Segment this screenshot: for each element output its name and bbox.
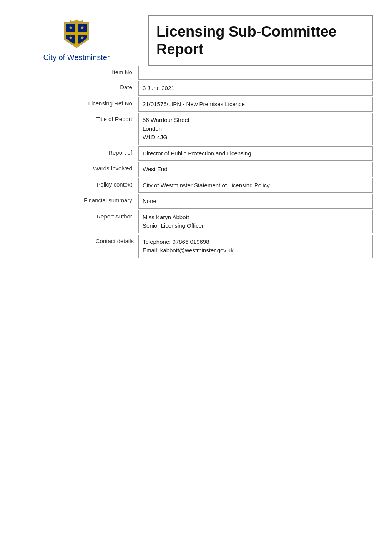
form-label: Title of Report:	[19, 113, 138, 145]
form-row: Date:3 June 2021	[19, 81, 373, 96]
page: City of WestminsterLicensing Sub-Committ…	[0, 0, 392, 555]
form-label: Date:	[19, 81, 138, 96]
right-panel: Licensing Sub-CommitteeReport	[138, 12, 373, 66]
svg-point-2	[70, 27, 72, 29]
report-title-line2: Report	[156, 41, 364, 58]
form-section: Item No:Date:3 June 2021Licensing Ref No…	[19, 66, 373, 259]
top-section: City of WestminsterLicensing Sub-Committ…	[19, 12, 373, 66]
form-label: Policy context:	[19, 178, 138, 193]
form-row: Contact detailsTelephone: 07866 019698 E…	[19, 235, 373, 258]
form-value: None	[138, 194, 373, 209]
form-row: Licensing Ref No:21/01576/LIPN - New Pre…	[19, 97, 373, 112]
bottom-spacer	[19, 259, 373, 490]
form-value: West End	[138, 162, 373, 177]
form-value: Director of Public Protection and Licens…	[138, 146, 373, 161]
svg-rect-1	[66, 32, 87, 35]
coat-of-arms-icon	[61, 19, 92, 50]
form-row: Title of Report:56 Wardour Street London…	[19, 113, 373, 145]
form-value	[138, 66, 373, 80]
form-row: Wards involved:West End	[19, 162, 373, 177]
form-value: City of Westminster Statement of Licensi…	[138, 178, 373, 193]
form-row: Report Author:Miss Karyn Abbott Senior L…	[19, 210, 373, 233]
form-value: Miss Karyn Abbott Senior Licensing Offic…	[138, 210, 373, 233]
form-label: Report Author:	[19, 210, 138, 233]
svg-point-6	[73, 43, 80, 45]
form-row: Financial summary:None	[19, 194, 373, 209]
form-label: Report of:	[19, 146, 138, 161]
svg-point-3	[81, 27, 84, 29]
form-label: Contact details	[19, 235, 138, 258]
form-row: Policy context:City of Westminster State…	[19, 178, 373, 193]
left-panel: City of Westminster	[19, 12, 138, 66]
report-title-box: Licensing Sub-CommitteeReport	[148, 15, 373, 66]
form-label: Licensing Ref No:	[19, 97, 138, 112]
city-name: City of Westminster	[43, 53, 110, 62]
form-label: Item No:	[19, 66, 138, 80]
form-row: Report of:Director of Public Protection …	[19, 146, 373, 161]
form-value: Telephone: 07866 019698 Email: kabbott@w…	[138, 235, 373, 258]
form-value: 21/01576/LIPN - New Premises Licence	[138, 97, 373, 112]
form-label: Wards involved:	[19, 162, 138, 177]
form-row: Item No:	[19, 66, 373, 80]
svg-point-4	[70, 37, 72, 39]
form-label: Financial summary:	[19, 194, 138, 209]
report-title-line1: Licensing Sub-Committee	[156, 23, 364, 41]
svg-point-5	[81, 37, 84, 39]
form-value: 3 June 2021	[138, 81, 373, 96]
form-value: 56 Wardour Street London W1D 4JG	[138, 113, 373, 145]
